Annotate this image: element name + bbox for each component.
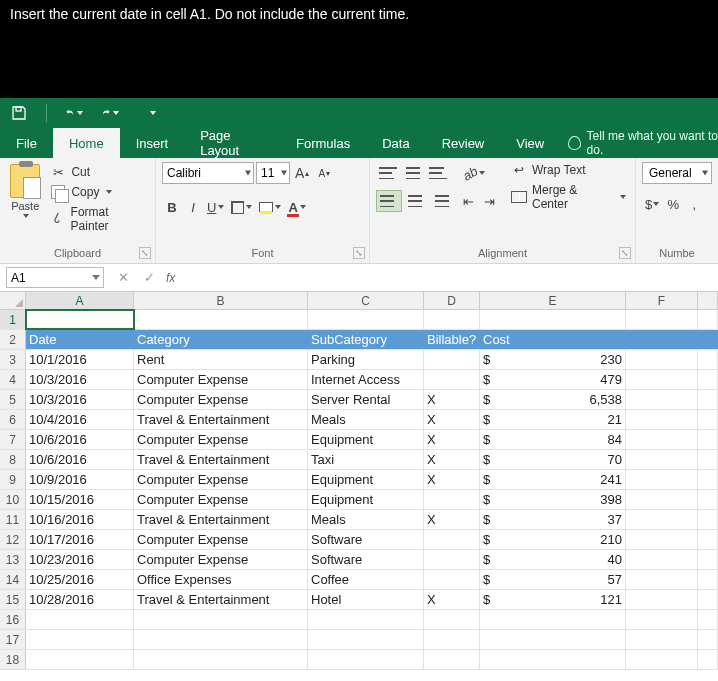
cell[interactable] — [698, 530, 718, 549]
cut-button[interactable]: Cut — [47, 164, 149, 180]
cell[interactable]: 10/23/2016 — [26, 550, 134, 569]
decrease-indent-button[interactable] — [458, 190, 478, 212]
cell[interactable] — [424, 650, 480, 669]
cell[interactable]: 10/4/2016 — [26, 410, 134, 429]
tab-review[interactable]: Review — [426, 128, 501, 158]
cell[interactable]: $230 — [480, 350, 626, 369]
row-header[interactable]: 6 — [0, 410, 26, 429]
cell[interactable] — [424, 310, 480, 329]
paste-button[interactable]: Paste — [6, 162, 44, 220]
row-header[interactable]: 7 — [0, 430, 26, 449]
cell[interactable] — [698, 450, 718, 469]
cell[interactable]: X — [424, 590, 480, 609]
clipboard-launcher[interactable]: ⤡ — [139, 247, 151, 259]
align-middle-button[interactable] — [401, 162, 425, 184]
cell[interactable]: $21 — [480, 410, 626, 429]
comma-button[interactable]: , — [684, 193, 704, 215]
cell[interactable] — [134, 310, 308, 329]
col-header-b[interactable]: B — [134, 292, 308, 309]
cell[interactable]: Travel & Entertainment — [134, 450, 308, 469]
cell[interactable]: $121 — [480, 590, 626, 609]
row-header[interactable]: 4 — [0, 370, 26, 389]
cell[interactable]: X — [424, 430, 480, 449]
cell[interactable] — [698, 410, 718, 429]
cell[interactable]: Billable? — [424, 330, 480, 349]
cell[interactable]: $37 — [480, 510, 626, 529]
col-header-d[interactable]: D — [424, 292, 480, 309]
fill-color-button[interactable] — [256, 196, 284, 218]
cell[interactable]: Software — [308, 550, 424, 569]
cell[interactable] — [626, 530, 698, 549]
underline-button[interactable]: U — [204, 196, 227, 218]
cell[interactable]: Computer Expense — [134, 470, 308, 489]
col-header-e[interactable]: E — [480, 292, 626, 309]
cell[interactable]: X — [424, 410, 480, 429]
font-size-combo[interactable]: 11 — [256, 162, 290, 184]
row-header[interactable]: 8 — [0, 450, 26, 469]
tell-me[interactable]: Tell me what you want to do. — [568, 128, 718, 158]
cell[interactable]: Cost — [480, 330, 626, 349]
cell[interactable]: Equipment — [308, 490, 424, 509]
cell[interactable]: Meals — [308, 510, 424, 529]
cell[interactable]: Coffee — [308, 570, 424, 589]
cell[interactable] — [134, 630, 308, 649]
cell[interactable] — [698, 330, 718, 349]
row-header[interactable]: 18 — [0, 650, 26, 669]
cell[interactable]: SubCategory — [308, 330, 424, 349]
cell[interactable] — [424, 370, 480, 389]
cell[interactable] — [698, 550, 718, 569]
cell[interactable] — [698, 370, 718, 389]
cell[interactable] — [134, 610, 308, 629]
cell[interactable] — [698, 390, 718, 409]
currency-button[interactable]: $ — [642, 193, 662, 215]
borders-button[interactable] — [228, 196, 255, 218]
cell[interactable]: 10/9/2016 — [26, 470, 134, 489]
enter-button[interactable]: ✓ — [136, 265, 162, 291]
fx-icon[interactable]: fx — [162, 271, 179, 285]
cell[interactable]: Rent — [134, 350, 308, 369]
cell[interactable] — [698, 630, 718, 649]
tab-home[interactable]: Home — [53, 128, 120, 158]
row-header[interactable]: 13 — [0, 550, 26, 569]
col-header-blank[interactable] — [698, 292, 718, 309]
cell[interactable] — [698, 430, 718, 449]
cell[interactable] — [626, 490, 698, 509]
cell[interactable]: Office Expenses — [134, 570, 308, 589]
cell[interactable] — [424, 570, 480, 589]
tab-data[interactable]: Data — [366, 128, 425, 158]
cell[interactable]: 10/1/2016 — [26, 350, 134, 369]
row-header[interactable]: 11 — [0, 510, 26, 529]
cell[interactable]: Travel & Entertainment — [134, 410, 308, 429]
cell[interactable]: $210 — [480, 530, 626, 549]
cell[interactable] — [626, 310, 698, 329]
cell[interactable]: 10/6/2016 — [26, 430, 134, 449]
cell[interactable]: X — [424, 470, 480, 489]
cell[interactable] — [134, 650, 308, 669]
cell[interactable]: 10/28/2016 — [26, 590, 134, 609]
row-header[interactable]: 17 — [0, 630, 26, 649]
cell[interactable] — [308, 310, 424, 329]
row-header[interactable]: 3 — [0, 350, 26, 369]
cell[interactable] — [480, 630, 626, 649]
customize-qat-icon[interactable] — [143, 104, 161, 122]
spreadsheet-grid[interactable]: A B C D E F 1 2 Date Category SubCategor… — [0, 292, 718, 670]
font-name-combo[interactable]: Calibri — [162, 162, 254, 184]
cell[interactable]: Travel & Entertainment — [134, 590, 308, 609]
row-header[interactable]: 12 — [0, 530, 26, 549]
cell[interactable]: 10/17/2016 — [26, 530, 134, 549]
cell[interactable] — [308, 610, 424, 629]
cell[interactable]: $84 — [480, 430, 626, 449]
undo-icon[interactable] — [65, 104, 83, 122]
row-header[interactable]: 10 — [0, 490, 26, 509]
format-painter-button[interactable]: Format Painter — [47, 204, 149, 234]
align-bottom-button[interactable] — [426, 162, 450, 184]
cell[interactable]: Taxi — [308, 450, 424, 469]
cell[interactable]: Parking — [308, 350, 424, 369]
cell[interactable] — [626, 630, 698, 649]
number-format-combo[interactable]: General — [642, 162, 712, 184]
cell[interactable] — [480, 650, 626, 669]
cell[interactable]: Software — [308, 530, 424, 549]
cell[interactable] — [424, 530, 480, 549]
cell[interactable]: Computer Expense — [134, 550, 308, 569]
cell[interactable] — [698, 590, 718, 609]
